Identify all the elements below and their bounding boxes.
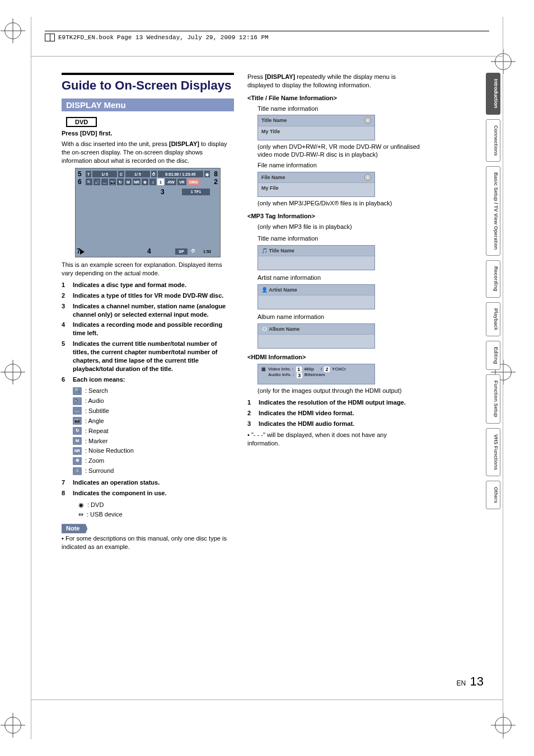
osd-title-num: 1/ 5 xyxy=(92,171,117,177)
print-mark-icon xyxy=(495,717,512,734)
callout-6: 6 xyxy=(78,177,82,186)
header-filename: E9TK2FD_EN.book xyxy=(58,34,114,41)
header-pageinfo: Page 13 Wednesday, July 29, 2009 12:16 P… xyxy=(117,34,269,41)
surround-icon: ♫ xyxy=(73,467,82,475)
subtitle-icon: … xyxy=(73,407,82,415)
sec1-note1: (only when DVD+RW/+R, VR mode DVD-RW or … xyxy=(257,143,420,159)
file-info-box: File Name My File xyxy=(257,172,375,197)
marker-icon: M xyxy=(73,437,82,445)
example-note: This is an example screen for explanatio… xyxy=(62,261,234,278)
page-footer: EN 13 xyxy=(457,674,484,689)
play-icon xyxy=(80,249,85,255)
osd-vr: VR xyxy=(177,179,186,185)
callout-2: 2 xyxy=(214,177,218,186)
sec2-sub1: Title name information xyxy=(257,234,420,243)
tab-others[interactable]: Others xyxy=(486,481,500,509)
osd-screen: 5 6 8 2 3 7 4 T 1/ 5 C 1/ 5 ⏱ 0:01:00 / … xyxy=(75,168,221,257)
tab-basic-setup[interactable]: Basic Setup / TV View Operation xyxy=(486,166,500,256)
sec2-sub3: Album name information xyxy=(257,313,420,321)
tab-introduction[interactable]: Introduction xyxy=(486,73,500,115)
note-tag: Note xyxy=(62,524,87,533)
numbered-list: 1Indicates a disc type and format mode. … xyxy=(62,281,234,383)
subsection-heading: DISPLAY Menu xyxy=(62,98,234,111)
crop-line xyxy=(31,17,31,739)
page-number: 13 xyxy=(470,674,484,688)
footer-lang: EN xyxy=(457,679,466,687)
osd-time: 0:01:00 / 1:23:45 xyxy=(158,171,203,177)
numbered-list-2: 7Indicates an operation status. 8Indicat… xyxy=(62,478,234,497)
print-mark-icon xyxy=(4,717,21,734)
side-tabs: Introduction Connections Basic Setup / T… xyxy=(486,73,500,509)
title-info-box: Title Name My Title xyxy=(257,115,375,140)
mp3-title-box: 🎵 Title Name xyxy=(257,245,375,270)
osd-rec-time: 1:53 xyxy=(199,248,216,255)
disc-icon xyxy=(364,117,371,124)
left-column: Guide to On-Screen Displays DISPLAY Menu… xyxy=(62,73,234,553)
print-mark-icon xyxy=(4,22,21,39)
sec2-sub0: (only when MP3 file is in playback) xyxy=(257,223,420,231)
sec3-head: <HDMI Information> xyxy=(247,353,420,361)
tab-editing[interactable]: Editing xyxy=(486,341,500,370)
dvd-icon: ◉ xyxy=(78,501,84,509)
hdmi-info-box: ▦ Video Info. : 1 480p / 2 YCbCr Audio I… xyxy=(257,364,375,385)
hdmi-bullet: • "- - -" will be displayed, when it doe… xyxy=(247,431,420,448)
osd-t: T xyxy=(86,171,91,177)
book-icon xyxy=(45,34,55,41)
zoom-icon: ⊕ xyxy=(73,457,82,465)
osd-mode: SP xyxy=(175,248,188,255)
icon-legend: 🔍: Search 🔊: Audio …: Subtitle 📷: Angle … xyxy=(73,387,234,475)
nr-icon: NR xyxy=(73,447,82,455)
page-header: E9TK2FD_EN.book Page 13 Wednesday, July … xyxy=(45,31,489,41)
hdmi-list: 1Indicates the resolution of the HDMI ou… xyxy=(247,398,420,428)
osd-org: ORG xyxy=(188,179,200,185)
disc-icon xyxy=(364,174,371,181)
osd-rw: -RW xyxy=(165,179,176,185)
sec1-sub1: Title name information xyxy=(257,105,420,113)
right-column: Press [DISPLAY] repeatedly while the dis… xyxy=(247,73,420,553)
mp3-album-box: 💿 Album Name xyxy=(257,323,375,349)
sec2-sub2: Artist name information xyxy=(257,274,420,282)
page-content: Guide to On-Screen Displays DISPLAY Menu… xyxy=(62,73,420,553)
tab-recording[interactable]: Recording xyxy=(486,260,500,298)
page-title: Guide to On-Screen Displays xyxy=(62,73,234,93)
sec1-head: <Title / File Name Information> xyxy=(247,94,420,102)
osd-c: C xyxy=(118,171,124,177)
intro-line2: With a disc inserted into the unit, pres… xyxy=(62,140,234,165)
callout-3: 3 xyxy=(161,187,165,196)
sec1-note2: (only when MP3/JPEG/DivX® files is in pl… xyxy=(257,199,420,208)
angle-icon: 📷 xyxy=(73,417,82,425)
sec2-head: <MP3 Tag Information> xyxy=(247,212,420,220)
callout-1: 1 xyxy=(157,179,164,185)
right-intro: Press [DISPLAY] repeatedly while the dis… xyxy=(247,73,420,90)
osd-channel: 1 TF1 xyxy=(182,189,210,195)
search-icon: 🔍 xyxy=(73,387,82,395)
audio-icon: 🔊 xyxy=(73,397,82,405)
sec1-sub2: File name information xyxy=(257,161,420,170)
print-mark-icon xyxy=(4,364,21,381)
tab-connections[interactable]: Connections xyxy=(486,119,500,162)
crop-line xyxy=(31,56,503,57)
sec3-note: (only for the images output through the … xyxy=(257,387,420,395)
tab-vhs-functions[interactable]: VHS Functions xyxy=(486,428,500,476)
repeat-icon: ↻ xyxy=(73,427,82,435)
note-text: • For some descriptions on this manual, … xyxy=(62,534,234,551)
usb-icon: ⇔ xyxy=(78,510,83,519)
tab-playback[interactable]: Playback xyxy=(486,302,500,336)
crop-line xyxy=(31,699,503,700)
intro-line1: Press [DVD] first. xyxy=(62,129,234,138)
mp3-artist-box: 👤 Artist Name xyxy=(257,284,375,309)
crop-line xyxy=(503,17,503,739)
tab-function-setup[interactable]: Function Setup xyxy=(486,374,500,424)
dvd-tag: DVD xyxy=(66,117,97,127)
osd-chap-num: 1/ 5 xyxy=(125,171,150,177)
